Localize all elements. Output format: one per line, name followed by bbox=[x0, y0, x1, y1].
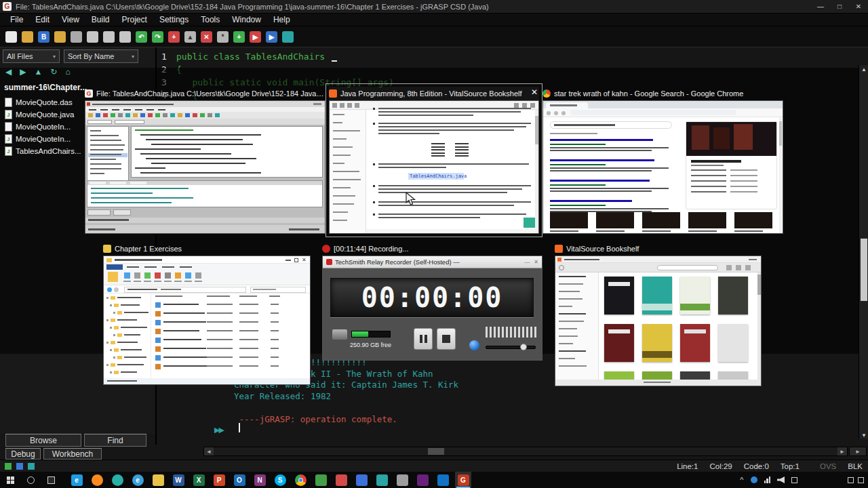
taskbar-app-teal[interactable] bbox=[109, 472, 125, 488]
new-file-icon[interactable] bbox=[5, 31, 17, 43]
tray-icon[interactable] bbox=[858, 477, 864, 483]
start-button[interactable] bbox=[0, 472, 20, 488]
editor-vertical-scrollbar[interactable]: ▲ ▼ bbox=[859, 65, 868, 439]
tray-expand-icon[interactable]: ^ bbox=[740, 476, 743, 484]
scrollbar-thumb[interactable] bbox=[861, 239, 867, 301]
compile-icon[interactable]: + bbox=[233, 31, 245, 43]
taskbar-app-gray[interactable] bbox=[394, 472, 410, 488]
redo-icon[interactable]: ↷ bbox=[152, 31, 163, 43]
search-button[interactable] bbox=[20, 472, 41, 488]
alt-tab-thumbnail-recorder[interactable]: [00:11:44] Recording... TechSmith Relay … bbox=[322, 242, 542, 361]
run-icon[interactable]: ▶ bbox=[250, 31, 261, 43]
delete-icon[interactable]: ✕ bbox=[201, 31, 212, 43]
refresh-icon[interactable]: ↻ bbox=[50, 67, 57, 77]
scroll-down-icon[interactable]: ▼ bbox=[859, 431, 868, 439]
copy-icon[interactable] bbox=[87, 31, 98, 43]
debug-tab[interactable]: Debug bbox=[5, 448, 41, 460]
close-icon[interactable]: ✕ bbox=[849, 0, 868, 14]
network-icon[interactable] bbox=[764, 476, 771, 483]
scroll-up-icon[interactable]: ▲ bbox=[859, 65, 868, 73]
taskbar-edge[interactable]: e bbox=[68, 472, 85, 488]
taskbar-app-red[interactable] bbox=[333, 472, 349, 488]
menu-help[interactable]: Help bbox=[267, 15, 296, 24]
skeleton bbox=[554, 111, 558, 115]
settings-icon[interactable]: * bbox=[217, 31, 229, 43]
find-tab[interactable]: Find bbox=[84, 434, 146, 447]
horizontal-scrollbar[interactable]: ◄ ► bbox=[203, 447, 848, 456]
add-icon[interactable]: + bbox=[168, 31, 180, 43]
alt-tab-thumbnail-bookshelf-reader[interactable]: ✕ Java Programming, 8th Edition - VitalS… bbox=[329, 87, 539, 234]
taskbar-app-green[interactable] bbox=[313, 472, 329, 488]
alt-tab-thumbnail-bookshelf-library[interactable]: VitalSource Bookshelf bbox=[555, 242, 762, 386]
browse-tab[interactable]: Browse bbox=[5, 434, 81, 447]
messages-icon[interactable] bbox=[282, 31, 294, 43]
taskbar-firefox[interactable] bbox=[89, 472, 105, 488]
taskbar-excel[interactable]: X bbox=[191, 472, 207, 488]
menu-project[interactable]: Project bbox=[116, 15, 153, 24]
taskbar-app-teal-2[interactable] bbox=[374, 472, 390, 488]
workbench-tab[interactable]: Workbench bbox=[43, 448, 102, 460]
menu-view[interactable]: View bbox=[56, 15, 85, 24]
taskbar-file-explorer[interactable] bbox=[150, 472, 166, 488]
menu-edit[interactable]: Edit bbox=[29, 15, 56, 24]
menu-build[interactable]: Build bbox=[85, 15, 116, 24]
jgrasp-icon: G bbox=[85, 89, 93, 98]
scroll-right-icon[interactable]: ► bbox=[837, 447, 847, 455]
sort-dropdown[interactable]: Sort By Name▾ bbox=[64, 49, 138, 63]
maximize-icon[interactable]: □ bbox=[830, 0, 849, 14]
taskbar-store[interactable] bbox=[435, 472, 451, 488]
skeleton bbox=[146, 139, 243, 140]
menu-settings[interactable]: Settings bbox=[153, 15, 195, 24]
taskbar-internet-explorer[interactable]: e bbox=[130, 472, 146, 488]
skeleton bbox=[596, 212, 634, 228]
alt-tab-thumbnail-file-explorer[interactable]: Chapter 1 Exercises ✕ bbox=[103, 242, 311, 385]
skeleton bbox=[163, 357, 208, 358]
scroll-left-icon[interactable]: ◄ bbox=[204, 447, 214, 455]
taskbar-visual-studio[interactable] bbox=[414, 472, 431, 488]
back-icon[interactable]: ◀ bbox=[5, 67, 12, 77]
taskbar-chrome[interactable] bbox=[292, 472, 309, 488]
up-icon[interactable]: ▲ bbox=[34, 67, 42, 77]
minimize-icon[interactable]: — bbox=[811, 0, 830, 14]
menu-tools[interactable]: Tools bbox=[195, 15, 226, 24]
print-icon[interactable] bbox=[71, 31, 82, 43]
volume-icon[interactable] bbox=[777, 476, 785, 483]
tray-icon[interactable] bbox=[848, 477, 854, 483]
paste-icon[interactable] bbox=[103, 31, 115, 43]
taskbar-skype[interactable]: S bbox=[272, 472, 288, 488]
scroll-corner[interactable]: ► bbox=[849, 447, 867, 456]
volume-slider bbox=[486, 346, 536, 349]
taskbar-word[interactable]: W bbox=[170, 472, 186, 488]
skeleton bbox=[127, 266, 139, 268]
menu-file[interactable]: File bbox=[4, 15, 29, 24]
recorder-tray-icon[interactable] bbox=[751, 476, 757, 483]
up-icon[interactable]: ▲ bbox=[184, 31, 196, 43]
scrollbar-thumb[interactable] bbox=[428, 448, 444, 455]
skeleton bbox=[455, 149, 469, 150]
undo-icon[interactable]: ↶ bbox=[136, 31, 147, 43]
skeleton bbox=[691, 160, 741, 163]
skeleton bbox=[90, 130, 101, 131]
skeleton bbox=[378, 167, 446, 168]
menu-window[interactable]: Window bbox=[226, 15, 267, 24]
taskbar-jgrasp[interactable]: G bbox=[455, 472, 471, 488]
status-code: Code:0 bbox=[744, 462, 769, 470]
task-view-button[interactable] bbox=[41, 472, 61, 488]
cut-icon[interactable] bbox=[119, 31, 131, 43]
home-icon[interactable]: ⌂ bbox=[65, 67, 70, 77]
app-red-icon bbox=[336, 474, 347, 486]
taskbar-app-blue[interactable] bbox=[353, 472, 370, 488]
tray-app-icon[interactable] bbox=[791, 477, 797, 483]
alt-tab-thumbnail-chrome[interactable]: star trek wrath of kahn - Google Search … bbox=[542, 87, 783, 234]
close-icon[interactable]: ✕ bbox=[531, 88, 538, 96]
taskbar-powerpoint[interactable]: P bbox=[211, 472, 227, 488]
forward-icon[interactable]: ▶ bbox=[20, 67, 26, 77]
taskbar-onenote[interactable]: N bbox=[252, 472, 268, 488]
files-filter-dropdown[interactable]: All Files▾ bbox=[3, 49, 60, 63]
open-file-icon[interactable] bbox=[22, 31, 33, 43]
debug-icon[interactable]: ▶ bbox=[266, 31, 277, 43]
save-icon[interactable]: B bbox=[38, 31, 50, 43]
taskbar-outlook[interactable]: O bbox=[231, 472, 248, 488]
alt-tab-thumbnail-jgrasp[interactable]: G File: TablesAndChairs.java C:\Users\tk… bbox=[85, 87, 326, 234]
open-folder-icon[interactable] bbox=[54, 31, 66, 43]
